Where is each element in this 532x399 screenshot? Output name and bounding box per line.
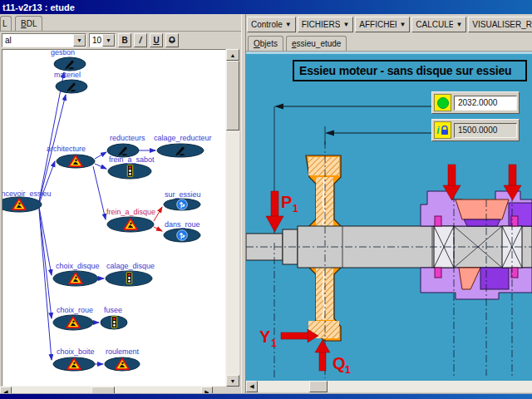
node-label: dans_roue <box>165 220 200 229</box>
right-panel: Controle▼ FICHIERS▼ AFFICHER▼ CALCULER▼ … <box>246 14 532 396</box>
graph-node-calage-disque[interactable]: calage_disque <box>106 262 155 286</box>
scroll-up-icon[interactable]: ▲ <box>226 49 239 61</box>
graph-node-gestion[interactable]: gestion <box>51 50 86 71</box>
wheelbase-value-input[interactable] <box>454 123 517 138</box>
traffic-light-icon <box>126 273 131 284</box>
application-window: t11-v2r13 : etude L BDL al ▼ 10 ▼ B / U … <box>0 0 532 399</box>
graph-node-calage-reducteur[interactable]: calage_reducteur <box>154 134 212 157</box>
gearbox-assembly <box>421 191 532 299</box>
purple-block-lower <box>480 268 509 289</box>
drawing-title: Essieu moteur - sans disque sur essieu <box>299 64 511 77</box>
node-label: frein_a_sabot <box>109 155 155 164</box>
node-label: gestion <box>51 50 75 57</box>
force-p1-label: P <box>281 193 292 211</box>
dropdown-arrow-icon: ▼ <box>285 21 292 28</box>
node-label: roulement <box>106 347 140 356</box>
graph-node-frein-a-sabot[interactable]: frein_a_sabot <box>108 155 155 179</box>
node-label: calage_reducteur <box>154 134 212 142</box>
dropdown-arrow-icon: ▼ <box>456 21 462 28</box>
scrollbar-thumb[interactable] <box>226 61 239 131</box>
node-label: concevoir_essieu <box>2 190 52 198</box>
graph-node-roulement[interactable]: roulement <box>105 347 140 371</box>
direction-fork-icon <box>177 230 188 241</box>
graph-edge <box>95 164 106 169</box>
scroll-down-icon[interactable]: ▼ <box>226 375 239 387</box>
tab-label: ssieu_etude <box>296 39 341 48</box>
node-label: architecture <box>47 145 86 153</box>
graph-node-choix-boite[interactable]: choix_boite <box>53 347 95 371</box>
force-q1-arrow <box>319 351 326 371</box>
dropdown-arrow-icon: ▼ <box>342 21 349 28</box>
bearing-load-arrow <box>509 165 516 187</box>
green-circle-icon <box>437 97 449 109</box>
scrollbar-track[interactable] <box>226 61 239 375</box>
drawing-canvas: P 1 Y 1 Q 1 Essieu moteur - sans disque … <box>246 52 532 381</box>
traffic-light-icon <box>127 165 132 177</box>
italic-button[interactable]: / <box>134 33 147 47</box>
menu-visualiser-resultats[interactable]: VISUALISER_RES <box>468 17 532 32</box>
underline-button[interactable]: U <box>150 33 163 47</box>
chevron-down-icon[interactable]: ▼ <box>102 34 115 47</box>
menu-bar: Controle▼ FICHIERS▼ AFFICHER▼ CALCULER▼ … <box>246 17 532 35</box>
chevron-down-icon[interactable]: ▼ <box>73 34 86 47</box>
graph-node-frein-a-disque[interactable]: frein_a_disque <box>106 208 155 232</box>
graph-edge <box>95 152 106 159</box>
left-panel: L BDL al ▼ 10 ▼ B / U O <box>0 14 241 396</box>
menu-afficher[interactable]: AFFICHER▼ <box>355 17 410 32</box>
graph-node-dans-roue[interactable]: dans_roue <box>164 220 200 242</box>
bearing-load-arrow <box>448 165 456 187</box>
scrollbar-track[interactable] <box>258 381 532 392</box>
direction-fork-icon <box>177 200 188 210</box>
menu-fichiers[interactable]: FICHIERS▼ <box>298 17 354 32</box>
font-family-select[interactable]: al ▼ <box>2 33 86 47</box>
graph-edge <box>93 166 106 219</box>
bold-button[interactable]: B <box>118 33 131 47</box>
graph-node-materiel[interactable]: materiel <box>54 71 87 93</box>
scrollbar-thumb[interactable] <box>309 381 328 392</box>
right-horizontal-scrollbar[interactable]: ◀ <box>246 381 532 392</box>
node-label: materiel <box>54 71 81 79</box>
task-graph-canvas: gestion materiel architecture <box>2 49 226 387</box>
format-toolbar: al ▼ 10 ▼ B / U O <box>0 32 241 49</box>
tab-label: L <box>2 19 7 28</box>
node-label: sur_essieu <box>165 190 201 199</box>
info-lock-button[interactable]: i <box>434 121 451 139</box>
graph-edge <box>154 227 162 231</box>
node-label: calage_disque <box>106 262 155 270</box>
left-vertical-scrollbar[interactable]: ▲ ▼ <box>226 49 239 387</box>
node-label: choix_roue <box>57 306 93 314</box>
font-family-value: al <box>2 36 73 45</box>
node-label: choix_disque <box>56 262 100 270</box>
task-graph: gestion materiel architecture <box>2 50 225 386</box>
strikethrough-button[interactable]: O <box>165 33 179 47</box>
tab-label: bjets <box>260 39 278 48</box>
window-titlebar[interactable]: t11-v2r13 : etude <box>0 0 532 14</box>
graph-node-concevoir-essieu[interactable]: concevoir_essieu <box>2 190 52 212</box>
bottom-window-edge <box>0 393 532 399</box>
graph-node-fusee[interactable]: fusee <box>101 306 127 329</box>
tab-objets[interactable]: Objets <box>248 36 283 51</box>
scroll-left-icon[interactable]: ◀ <box>246 381 258 392</box>
graph-node-choix-disque[interactable]: choix_disque <box>53 262 100 286</box>
tab-bdl[interactable]: BDL <box>15 16 42 31</box>
menu-controle[interactable]: Controle▼ <box>247 17 296 32</box>
tab-partial-l[interactable]: L <box>0 16 12 31</box>
node-label: fusee <box>104 306 122 314</box>
menu-label: VISUALISER_RES <box>472 20 532 29</box>
graph-edge <box>39 72 64 201</box>
menu-calculer[interactable]: CALCULER▼ <box>411 17 466 32</box>
tab-label: DL <box>27 19 37 28</box>
tab-essieu-etude[interactable]: essieu_etude <box>286 36 347 51</box>
green-circle-indicator-button[interactable] <box>434 94 451 111</box>
diameter-value-input[interactable] <box>454 96 517 111</box>
node-label: reducteurs <box>110 134 145 142</box>
force-p1-sub: 1 <box>293 203 298 214</box>
graph-node-reducteurs[interactable]: reducteurs <box>107 134 145 157</box>
dropdown-arrow-icon: ▼ <box>399 21 406 28</box>
param-widget-wheelbase: i <box>431 119 520 141</box>
graph-node-choix-roue[interactable]: choix_roue <box>53 306 93 330</box>
font-size-select[interactable]: 10 ▼ <box>89 33 116 47</box>
graph-node-sur-essieu[interactable]: sur_essieu <box>164 190 201 210</box>
menu-label: AFFICHER <box>359 20 397 29</box>
force-p1-arrow <box>271 191 278 218</box>
